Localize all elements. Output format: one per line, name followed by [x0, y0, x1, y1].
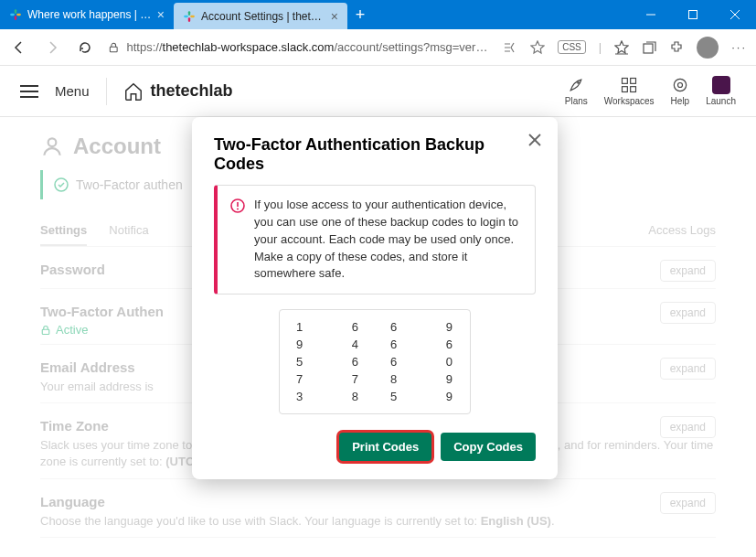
css-badge[interactable]: CSS	[558, 40, 586, 54]
gear-icon	[671, 76, 689, 94]
favorites-icon[interactable]	[614, 40, 629, 55]
backup-codes-modal: Two-Factor Authentication Backup Codes I…	[192, 117, 558, 479]
tab-title: Where work happens | Slack	[27, 8, 152, 21]
backup-code-fragment: 6	[329, 354, 375, 370]
backup-code-fragment: 9	[423, 371, 469, 387]
expand-button[interactable]: expand	[660, 416, 716, 438]
backup-code-fragment: 0	[423, 354, 469, 370]
svg-rect-5	[188, 11, 190, 16]
backup-code-fragment: 4	[329, 337, 375, 352]
close-window-button[interactable]	[714, 0, 756, 29]
backup-code-fragment: 6	[376, 337, 421, 352]
backup-code-fragment: 6	[423, 337, 469, 352]
svg-rect-2	[16, 14, 21, 16]
expand-button[interactable]: expand	[660, 260, 716, 282]
backup-code-fragment: 9	[423, 389, 469, 404]
close-icon[interactable]: ×	[157, 7, 165, 22]
tab-strip: Where work happens | Slack × Account Set…	[0, 0, 630, 29]
backup-code-fragment: 9	[423, 319, 469, 335]
slack-header: Menu thetechlab Plans Workspaces Help La…	[0, 66, 756, 117]
address-bar-actions: CSS | ···	[503, 37, 747, 59]
svg-rect-18	[623, 87, 628, 92]
expand-button[interactable]: expand	[660, 302, 716, 324]
svg-rect-0	[10, 14, 15, 16]
slack-icon	[9, 8, 22, 21]
star-icon[interactable]	[530, 40, 545, 55]
browser-tab-account-settings[interactable]: Account Settings | thetechlab Sla… ×	[174, 3, 347, 29]
menu-label[interactable]: Menu	[55, 83, 90, 99]
tab-notifications[interactable]: Notifica	[109, 216, 148, 246]
person-icon	[40, 134, 64, 158]
backup-code-fragment: 6	[329, 319, 375, 335]
lock-icon	[40, 325, 51, 336]
svg-rect-14	[644, 44, 653, 53]
backup-code-fragment: 7	[282, 371, 327, 387]
copy-codes-button[interactable]: Copy Codes	[441, 433, 536, 461]
section-language: Language Choose the language you'd like …	[40, 479, 716, 538]
svg-point-21	[677, 83, 682, 88]
new-tab-button[interactable]: +	[347, 0, 373, 29]
launch-button[interactable]: Launch	[706, 76, 736, 106]
profile-avatar[interactable]	[697, 37, 719, 59]
workspaces-link[interactable]: Workspaces	[604, 76, 655, 106]
extensions-icon[interactable]	[669, 40, 684, 55]
check-badge-icon	[54, 177, 69, 192]
back-button[interactable]	[9, 37, 29, 58]
backup-code-fragment: 3	[282, 389, 327, 404]
expand-button[interactable]: expand	[660, 492, 716, 514]
tab-settings[interactable]: Settings	[40, 216, 87, 246]
svg-rect-24	[42, 329, 49, 334]
more-icon[interactable]: ···	[731, 40, 747, 54]
warning-icon	[230, 198, 245, 213]
slack-icon	[183, 10, 196, 23]
backup-code-fragment: 5	[376, 389, 421, 404]
backup-codes-list: 1 66 99 46 65 66 07 78 93 85 9	[279, 309, 471, 414]
address-bar: https://thetechlab-workspace.slack.com/a…	[0, 29, 756, 66]
svg-rect-19	[631, 87, 636, 92]
backup-code-fragment: 5	[282, 354, 327, 370]
modal-actions: Print Codes Copy Codes	[214, 433, 536, 461]
tab-title: Account Settings | thetechlab Sla…	[201, 10, 325, 23]
svg-point-20	[674, 79, 686, 91]
tab-access-logs[interactable]: Access Logs	[648, 216, 716, 246]
house-icon	[123, 81, 144, 102]
workspace-link[interactable]: thetechlab	[123, 81, 233, 102]
backup-code-fragment: 7	[329, 371, 375, 387]
svg-point-29	[237, 209, 239, 210]
svg-rect-12	[110, 47, 117, 51]
info-box: If you lose access to your authenticatio…	[214, 185, 536, 295]
reader-icon[interactable]	[503, 40, 517, 55]
plans-link[interactable]: Plans	[565, 76, 588, 106]
maximize-button[interactable]	[672, 0, 714, 29]
svg-rect-9	[689, 11, 697, 19]
backup-code-fragment: 8	[329, 389, 375, 404]
codes-table: 1 66 99 46 65 66 07 78 93 85 9	[280, 317, 470, 406]
help-link[interactable]: Help	[671, 76, 690, 106]
backup-code-fragment: 9	[282, 337, 327, 352]
print-codes-button[interactable]: Print Codes	[339, 433, 431, 461]
svg-point-22	[48, 138, 57, 146]
menu-icon[interactable]	[20, 85, 38, 98]
expand-button[interactable]: expand	[660, 358, 716, 380]
svg-rect-1	[15, 9, 16, 14]
window-controls	[630, 0, 756, 29]
grid-icon	[620, 76, 638, 94]
backup-code-fragment: 6	[376, 319, 421, 335]
refresh-button[interactable]	[75, 37, 95, 58]
url-zone[interactable]: https://thetechlab-workspace.slack.com/a…	[108, 40, 490, 54]
close-icon[interactable]: ×	[331, 9, 338, 24]
svg-rect-16	[623, 79, 628, 84]
close-icon[interactable]	[528, 134, 541, 150]
collections-icon[interactable]	[642, 40, 656, 55]
lock-icon	[108, 41, 119, 54]
url-text: https://thetechlab-workspace.slack.com/a…	[126, 40, 490, 54]
forward-button[interactable]	[42, 37, 62, 58]
svg-rect-17	[631, 79, 636, 84]
rocket-icon	[567, 76, 585, 94]
browser-tab-slack-home[interactable]: Where work happens | Slack ×	[0, 0, 174, 29]
slack-app-icon	[712, 76, 730, 94]
backup-code-fragment: 1	[282, 319, 327, 335]
svg-rect-6	[190, 15, 195, 16]
browser-titlebar: Where work happens | Slack × Account Set…	[0, 0, 756, 29]
minimize-button[interactable]	[630, 0, 672, 29]
